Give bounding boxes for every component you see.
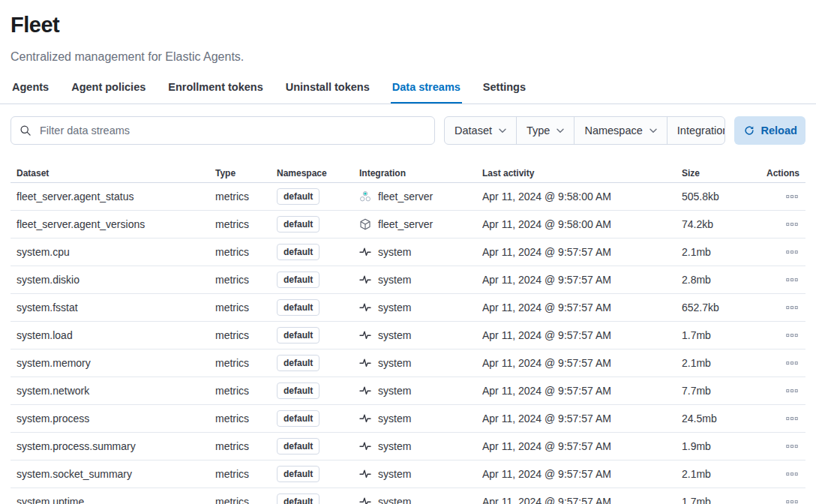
chevron-down-icon xyxy=(499,128,506,134)
integration-cell: system xyxy=(359,246,482,258)
tab-agent-policies[interactable]: Agent policies xyxy=(70,76,147,104)
dataset-cell: system.network xyxy=(10,385,215,397)
integration-cell: system xyxy=(359,412,482,424)
integration-name: system xyxy=(378,274,411,286)
activity-icon xyxy=(359,385,371,397)
type-cell: metrics xyxy=(215,412,277,424)
dataset-cell: system.socket_summary xyxy=(10,468,215,480)
size-cell: 7.7mb xyxy=(682,385,758,397)
actions-cell xyxy=(758,356,806,371)
fleet-server-logo-icon xyxy=(359,190,371,202)
activity-icon xyxy=(359,246,371,258)
actions-cell xyxy=(758,466,806,482)
last-activity-cell: Apr 11, 2024 @ 9:57:57 AM xyxy=(482,329,682,341)
namespace-badge: default xyxy=(277,438,320,454)
actions-cell xyxy=(758,272,806,288)
row-actions-button[interactable] xyxy=(784,439,800,454)
type-cell: metrics xyxy=(215,357,277,369)
boxes-horizontal-icon xyxy=(786,385,798,397)
tab-data-streams[interactable]: Data streams xyxy=(391,76,462,104)
table-row: system.memory metrics default system Apr… xyxy=(10,350,806,377)
last-activity-cell: Apr 11, 2024 @ 9:57:57 AM xyxy=(482,468,682,480)
last-activity-cell: Apr 11, 2024 @ 9:57:57 AM xyxy=(482,496,682,504)
namespace-cell: default xyxy=(277,188,359,205)
integration-name: system xyxy=(378,496,411,504)
size-cell: 2.8mb xyxy=(682,274,758,286)
column-header-last-activity: Last activity xyxy=(482,162,682,178)
last-activity-cell: Apr 11, 2024 @ 9:57:57 AM xyxy=(482,412,682,424)
activity-icon xyxy=(359,274,371,286)
type-cell: metrics xyxy=(215,440,277,452)
last-activity-cell: Apr 11, 2024 @ 9:57:57 AM xyxy=(482,246,682,258)
tab-agents[interactable]: Agents xyxy=(10,76,50,104)
last-activity-cell: Apr 11, 2024 @ 9:57:57 AM xyxy=(482,302,682,314)
row-actions-button[interactable] xyxy=(784,328,800,343)
filter-integration[interactable]: Integration xyxy=(667,117,726,144)
actions-cell xyxy=(758,383,806,399)
table-row: system.fsstat metrics default system Apr… xyxy=(10,294,806,322)
filter-type[interactable]: Type xyxy=(516,117,574,144)
tab-uninstall-tokens[interactable]: Uninstall tokens xyxy=(284,76,371,104)
row-actions-button[interactable] xyxy=(784,189,800,204)
search-input[interactable] xyxy=(10,116,435,145)
size-cell: 2.1mb xyxy=(682,357,758,369)
type-cell: metrics xyxy=(215,468,277,480)
boxes-horizontal-icon xyxy=(786,190,798,202)
actions-cell xyxy=(758,494,806,504)
size-cell: 652.7kb xyxy=(682,302,758,314)
row-actions-button[interactable] xyxy=(784,383,800,398)
row-actions-button[interactable] xyxy=(784,244,800,260)
page-header: Fleet Centralized management for Elastic… xyxy=(0,0,816,66)
reload-button[interactable]: Reload xyxy=(734,116,806,145)
actions-cell xyxy=(758,217,806,232)
integration-cell: system xyxy=(359,385,482,397)
dataset-cell: system.process.summary xyxy=(10,440,215,452)
row-actions-button[interactable] xyxy=(784,272,800,287)
tab-enrollment-tokens[interactable]: Enrollment tokens xyxy=(166,76,265,104)
type-cell: metrics xyxy=(215,190,277,202)
filter-label: Type xyxy=(526,124,550,136)
table-row: system.load metrics default system Apr 1… xyxy=(10,322,806,350)
namespace-cell: default xyxy=(277,355,359,371)
actions-cell xyxy=(758,328,806,344)
integration-name: system xyxy=(378,246,411,258)
integration-cell: system xyxy=(359,329,482,341)
row-actions-button[interactable] xyxy=(784,494,800,504)
page-title: Fleet xyxy=(10,12,806,38)
row-actions-button[interactable] xyxy=(784,466,800,482)
table-row: fleet_server.agent_status metrics defaul… xyxy=(10,183,806,211)
row-actions-button[interactable] xyxy=(784,300,800,315)
namespace-badge: default xyxy=(277,327,320,344)
actions-cell xyxy=(758,244,806,260)
row-actions-button[interactable] xyxy=(784,356,800,370)
namespace-badge: default xyxy=(277,466,320,482)
type-cell: metrics xyxy=(215,385,277,397)
namespace-cell: default xyxy=(277,216,359,232)
activity-icon xyxy=(359,302,371,314)
size-cell: 1.9mb xyxy=(682,440,758,452)
namespace-badge: default xyxy=(277,382,320,399)
row-actions-button[interactable] xyxy=(784,217,800,232)
dataset-cell: fleet_server.agent_status xyxy=(10,190,215,202)
size-cell: 74.2kb xyxy=(682,218,758,230)
last-activity-cell: Apr 11, 2024 @ 9:57:57 AM xyxy=(482,357,682,369)
row-actions-button[interactable] xyxy=(784,411,800,426)
filter-namespace[interactable]: Namespace xyxy=(574,117,666,144)
boxes-horizontal-icon xyxy=(786,218,798,230)
dataset-cell: system.load xyxy=(10,329,215,341)
last-activity-cell: Apr 11, 2024 @ 9:57:57 AM xyxy=(482,274,682,286)
integration-name: fleet_server xyxy=(378,218,433,230)
column-header-actions: Actions xyxy=(758,162,806,178)
actions-cell xyxy=(758,189,806,205)
namespace-badge: default xyxy=(277,272,320,288)
integration-cell: system xyxy=(359,468,482,480)
size-cell: 1.7mb xyxy=(682,329,758,341)
table-row: system.socket_summary metrics default sy… xyxy=(10,460,806,488)
namespace-badge: default xyxy=(277,188,320,205)
filter-dataset[interactable]: Dataset xyxy=(445,117,516,144)
boxes-horizontal-icon xyxy=(786,468,798,480)
table-row: system.uptime metrics default system Apr… xyxy=(10,488,806,504)
tab-settings[interactable]: Settings xyxy=(482,76,527,104)
last-activity-cell: Apr 11, 2024 @ 9:57:57 AM xyxy=(482,440,682,452)
page-subtitle: Centralized management for Elastic Agent… xyxy=(10,48,806,66)
